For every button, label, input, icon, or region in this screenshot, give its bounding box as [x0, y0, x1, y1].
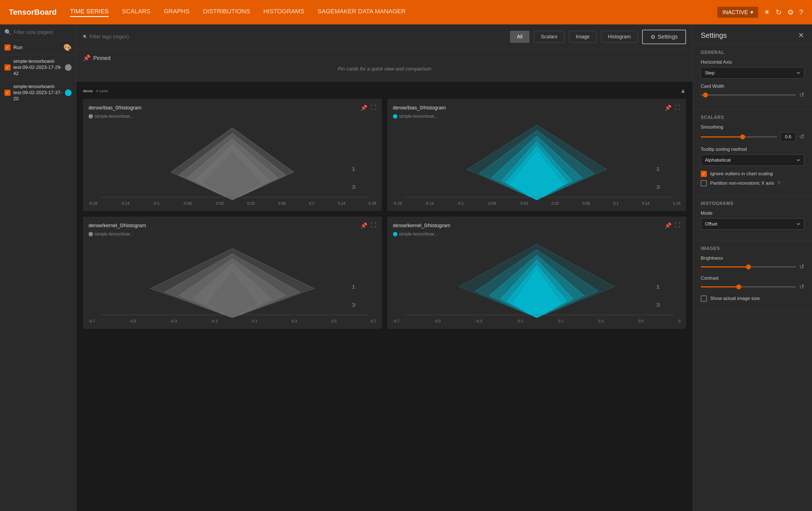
scalars-section-title: SCALARS: [701, 115, 804, 120]
sidebar-search-input[interactable]: [13, 29, 71, 35]
smoothing-value-input[interactable]: [780, 132, 796, 142]
contrast-thumb[interactable]: [736, 285, 741, 289]
nav-item-distributions[interactable]: DISTRIBUTIONS: [203, 8, 250, 17]
card-width-field: Card Width ↺: [701, 84, 804, 99]
card-title: dense/kernel_0/histogram: [393, 223, 451, 228]
card-subtitle: simple-tensorboar...: [89, 232, 376, 237]
run-all-checkbox[interactable]: ✓: [4, 45, 10, 51]
smoothing-row: ↺: [701, 132, 804, 142]
contrast-track: [701, 286, 796, 288]
card-width-thumb[interactable]: [703, 92, 708, 98]
partition-help-icon[interactable]: ?: [778, 181, 780, 186]
expand-card-icon[interactable]: ⛶: [675, 222, 680, 229]
svg-text:3: 3: [352, 302, 356, 308]
pin-card-icon[interactable]: 📌: [360, 104, 368, 111]
general-section-title: GENERAL: [701, 50, 804, 55]
ignore-outliers-checkbox[interactable]: ✓: [701, 171, 707, 177]
sun-icon[interactable]: ☀: [764, 8, 770, 17]
run-2-checkbox[interactable]: ✓: [4, 90, 10, 96]
svg-text:1: 1: [656, 166, 660, 172]
run-item-2[interactable]: ✓ simple-tensorboard-test-09-02-2023-17-…: [0, 80, 76, 106]
brightness-thumb[interactable]: [746, 264, 751, 269]
card-actions: 📌 ⛶: [665, 104, 680, 111]
pin-card-icon[interactable]: 📌: [360, 222, 368, 229]
scroll-area[interactable]: dense 4 cards ▲ dense/bias_0/histogram 📌…: [76, 82, 693, 511]
ignore-outliers-label: Ignore outliers in chart scaling: [710, 171, 773, 177]
search-icon: 🔍: [4, 29, 11, 35]
tooltip-sort-select[interactable]: Alphabetical Ascending Descending: [701, 154, 804, 166]
smoothing-thumb[interactable]: [740, 134, 745, 139]
tag-search-input[interactable]: [90, 34, 505, 40]
pinned-empty-text: Pin cards for a quick view and compariso…: [83, 62, 686, 76]
brightness-track: [701, 266, 796, 267]
card-width-reset-icon[interactable]: ↺: [799, 91, 804, 99]
run-item-1[interactable]: ✓ simple-tensorboard-test-09-02-2023-17-…: [0, 55, 76, 80]
nav-item-histograms[interactable]: HISTOGRAMS: [263, 8, 304, 17]
close-settings-button[interactable]: ✕: [798, 31, 804, 40]
mode-field: Mode Offset Overlay: [701, 211, 804, 230]
run-1-label: simple-tensorboard-test-09-02-2023-17-29…: [13, 58, 62, 77]
card-actions: 📌 ⛶: [360, 104, 376, 111]
filter-image-button[interactable]: Image: [569, 31, 597, 43]
brightness-reset-icon[interactable]: ↺: [799, 263, 804, 270]
nav-item-scalars[interactable]: SCALARS: [122, 8, 151, 17]
expand-card-icon[interactable]: ⛶: [371, 104, 376, 111]
contrast-label: Contrast: [701, 275, 804, 281]
filter-all-button[interactable]: All: [510, 31, 529, 43]
pinned-header: 📌 Pinned: [83, 54, 686, 62]
content-area: 🔍 All Scalars Image Histogram ⚙ Settings…: [76, 24, 693, 511]
histogram-chart: 1 3: [393, 240, 681, 318]
images-section-title: IMAGES: [701, 246, 804, 251]
gear-icon[interactable]: ⚙: [787, 8, 794, 17]
nav-right: INACTIVE ▾ ☀ ↻ ⚙ ?: [717, 7, 803, 18]
pin-card-icon[interactable]: 📌: [665, 222, 672, 229]
status-badge[interactable]: INACTIVE ▾: [717, 7, 758, 18]
contrast-reset-icon[interactable]: ↺: [799, 283, 804, 291]
help-icon[interactable]: ?: [799, 8, 803, 17]
settings-button[interactable]: ⚙ Settings: [642, 30, 686, 44]
pin-card-icon[interactable]: 📌: [665, 104, 672, 111]
run-color-dot: [393, 114, 397, 118]
card-actions: 📌 ⛶: [665, 222, 680, 229]
brand-logo: TensorBoard: [9, 8, 57, 17]
settings-general-section: GENERAL Horizontal Axis Step Relative Wa…: [693, 45, 812, 109]
smoothing-reset-icon[interactable]: ↺: [799, 133, 804, 140]
filter-scalars-button[interactable]: Scalars: [534, 31, 564, 43]
settings-gear-icon: ⚙: [650, 34, 656, 40]
dense-section-header: dense 4 cards ▲: [83, 82, 686, 99]
card-title: dense/kernel_0/histogram: [89, 223, 146, 228]
card-kernel-gray: dense/kernel_0/histogram 📌 ⛶ simple-tens…: [83, 217, 382, 329]
partition-label: Partition non-monotonic X axis: [710, 181, 774, 186]
histogram-chart: 1 3: [89, 240, 376, 318]
svg-text:3: 3: [656, 302, 660, 308]
show-actual-size-checkbox[interactable]: [701, 295, 707, 302]
settings-scalars-section: SCALARS Smoothing ↺ Tooltip sorting meth…: [693, 109, 812, 195]
expand-card-icon[interactable]: ⛶: [675, 104, 680, 111]
settings-panel: Settings ✕ GENERAL Horizontal Axis Step …: [693, 24, 812, 511]
nav-item-graphs[interactable]: GRAPHS: [164, 8, 190, 17]
card-title-row: dense/kernel_0/histogram 📌 ⛶: [89, 222, 376, 229]
tag-search-icon: 🔍: [83, 35, 87, 39]
refresh-icon[interactable]: ↻: [776, 8, 782, 17]
partition-checkbox[interactable]: [701, 180, 707, 186]
palette-icon[interactable]: 🎨: [63, 44, 71, 51]
x-axis-labels: -0.18 -0.14 -0.1 -0.06 -0.02 0.02 0.06 0…: [393, 201, 681, 206]
histograms-section-title: HISTOGRAMS: [701, 201, 804, 206]
horizontal-axis-select[interactable]: Step Relative Wall: [701, 67, 804, 79]
pinned-section: 📌 Pinned Pin cards for a quick view and …: [76, 49, 693, 82]
tag-search-area: 🔍: [83, 34, 505, 40]
card-title-row: dense/kernel_0/histogram 📌 ⛶: [393, 222, 681, 229]
run-1-checkbox[interactable]: ✓: [4, 64, 10, 71]
settings-histograms-section: HISTOGRAMS Mode Offset Overlay: [693, 195, 812, 241]
sidebar-search-area: 🔍: [0, 24, 76, 40]
expand-card-icon[interactable]: ⛶: [371, 222, 376, 229]
settings-header: Settings ✕: [693, 24, 812, 45]
mode-select[interactable]: Offset Overlay: [701, 218, 804, 230]
filter-histogram-button[interactable]: Histogram: [601, 31, 638, 43]
collapse-button[interactable]: ▲: [680, 87, 686, 95]
x-axis-labels: -0.7 -0.5 -0.3 -0.1 0.1 0.3 0.5 0: [393, 319, 681, 323]
nav-item-sagemaker[interactable]: SAGEMAKER DATA MANAGER: [318, 8, 406, 17]
nav-item-time-series[interactable]: TIME SERIES: [70, 8, 109, 17]
histogram-svg: 1 3: [89, 122, 376, 200]
run-2-label: simple-tensorboard-test-09-02-2023-17-37…: [13, 84, 62, 102]
